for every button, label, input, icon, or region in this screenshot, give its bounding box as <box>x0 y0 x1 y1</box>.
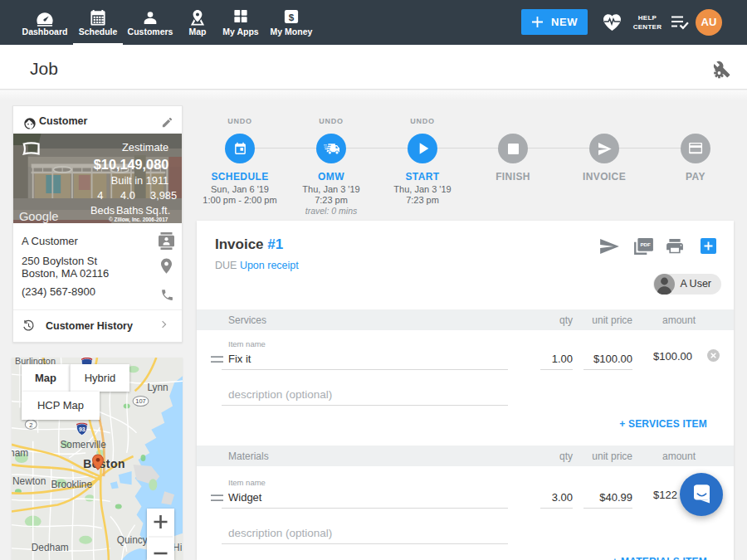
svg-text:Newton: Newton <box>12 475 46 487</box>
svg-text:Lynn: Lynn <box>147 382 168 393</box>
svg-text:Dedham: Dedham <box>32 542 69 553</box>
svg-text:4: 4 <box>97 189 103 202</box>
svg-text:Built in 1911: Built in 1911 <box>111 174 168 187</box>
svg-text:$10,149,080: $10,149,080 <box>94 157 168 172</box>
svg-text:Quincy: Quincy <box>117 534 148 546</box>
svg-text:Beds: Beds <box>90 204 115 217</box>
svg-text:Sq.ft.: Sq.ft. <box>145 204 170 217</box>
svg-text:PDF: PDF <box>640 241 651 247</box>
svg-text:4.0: 4.0 <box>120 189 135 202</box>
svg-text:$: $ <box>289 12 295 22</box>
svg-text:3,985: 3,985 <box>150 189 177 202</box>
svg-text:ham: ham <box>12 447 28 459</box>
svg-text:93: 93 <box>79 426 85 432</box>
svg-text:Brookline: Brookline <box>51 479 93 490</box>
svg-text:2: 2 <box>29 421 32 429</box>
svg-text:Google: Google <box>19 210 59 223</box>
svg-text:© Zillow, Inc. 2006-2017: © Zillow, Inc. 2006-2017 <box>109 217 168 223</box>
svg-text:Zestimate: Zestimate <box>122 141 168 153</box>
svg-text:Boston: Boston <box>83 457 125 470</box>
svg-text:Baths: Baths <box>116 204 144 217</box>
svg-text:107: 107 <box>135 397 145 405</box>
svg-text:Somerville: Somerville <box>60 439 106 450</box>
